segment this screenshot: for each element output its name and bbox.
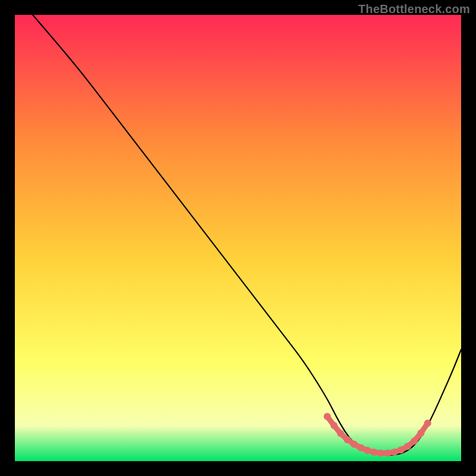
optimal-dot xyxy=(384,450,391,457)
optimal-dot xyxy=(350,441,358,448)
chart-frame: TheBottleneck.com xyxy=(0,0,476,476)
optimal-dot xyxy=(424,419,431,427)
optimal-dot xyxy=(371,449,378,456)
optimal-dot xyxy=(411,437,418,444)
optimal-dot xyxy=(324,413,331,420)
optimal-dot xyxy=(344,436,351,443)
chart-plot xyxy=(15,15,461,461)
optimal-dot xyxy=(418,430,425,437)
optimal-dot xyxy=(377,450,384,457)
optimal-dot xyxy=(397,446,405,453)
optimal-dot xyxy=(364,447,371,454)
optimal-dot xyxy=(337,430,345,437)
optimal-dot xyxy=(391,449,398,456)
optimal-dot xyxy=(330,422,337,429)
watermark-text: TheBottleneck.com xyxy=(358,2,470,16)
gradient-background xyxy=(15,15,461,461)
optimal-dot xyxy=(404,443,411,450)
optimal-dot xyxy=(357,444,364,452)
